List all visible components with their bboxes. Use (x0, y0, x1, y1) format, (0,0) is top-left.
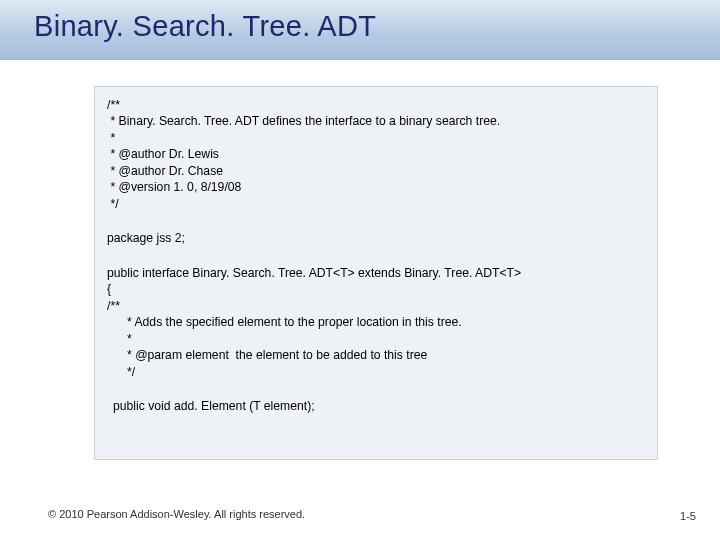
javadoc-method: * Adds the specified element to the prop… (127, 314, 645, 380)
interface-decl: public interface Binary. Search. Tree. A… (107, 265, 645, 314)
method-decl: public void add. Element (T element); (113, 398, 645, 414)
slide: Binary. Search. Tree. ADT /** * Binary. … (0, 0, 720, 540)
package-decl: package jss 2; (107, 230, 645, 246)
javadoc-header: /** * Binary. Search. Tree. ADT defines … (107, 97, 645, 212)
spacer (107, 380, 645, 398)
footer-page-number: 1-5 (680, 510, 696, 522)
slide-title: Binary. Search. Tree. ADT (34, 10, 376, 43)
spacer (107, 212, 645, 230)
footer-copyright: © 2010 Pearson Addison-Wesley. All right… (48, 508, 305, 520)
spacer (107, 247, 645, 265)
code-box: /** * Binary. Search. Tree. ADT defines … (94, 86, 658, 460)
